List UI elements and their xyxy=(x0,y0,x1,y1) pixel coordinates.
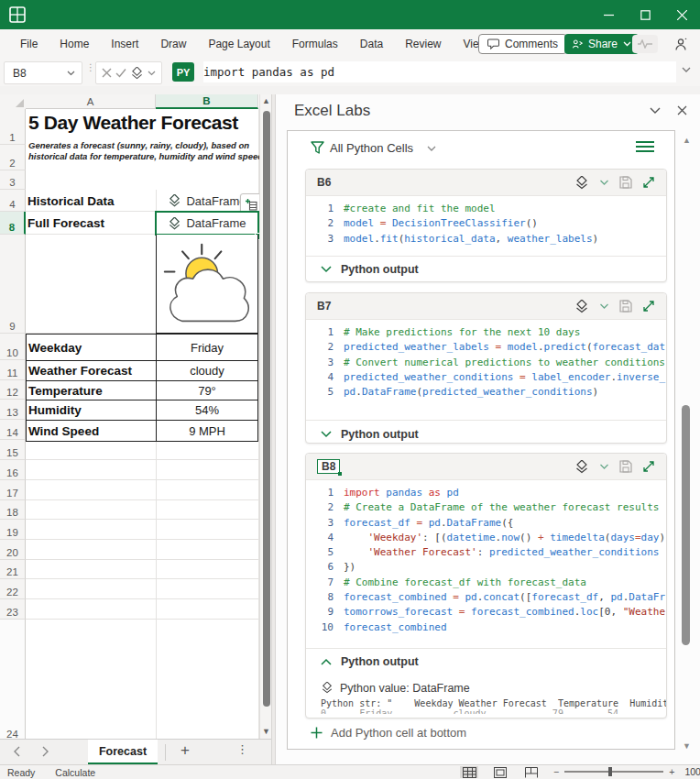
stat-value[interactable]: 79° xyxy=(157,381,257,400)
stat-label[interactable]: Weekday xyxy=(27,335,157,360)
python-datatype-icon[interactable] xyxy=(130,67,144,80)
expand-icon[interactable] xyxy=(642,460,655,473)
stat-label[interactable]: Wind Speed xyxy=(27,421,157,441)
ribbon-tab-review[interactable]: Review xyxy=(394,29,452,59)
python-output-toggle-b8[interactable]: Python output xyxy=(306,648,666,675)
cell-a8-label[interactable]: Full Forecast xyxy=(27,212,104,235)
row-header-23[interactable]: 23 xyxy=(0,599,26,620)
filter-dropdown-icon[interactable] xyxy=(427,146,436,152)
ribbon-tab-file[interactable]: File xyxy=(9,29,49,59)
datatype-dropdown-icon[interactable] xyxy=(148,71,156,76)
row-header-24[interactable]: 24 xyxy=(0,620,26,739)
panel-scroll-up-icon[interactable]: ▲ xyxy=(683,136,691,145)
code-editor-b6[interactable]: 1#create and fit the model2model = Decis… xyxy=(306,196,666,256)
row-header-14[interactable]: 14 xyxy=(0,420,26,440)
panel-scrollbar-thumb[interactable] xyxy=(682,405,690,645)
row-header-12[interactable]: 12 xyxy=(0,380,26,400)
stat-label[interactable]: Temperature xyxy=(27,381,157,400)
expand-icon[interactable] xyxy=(642,176,655,189)
row-header-4[interactable]: 4 xyxy=(0,190,26,212)
cancel-icon[interactable] xyxy=(102,68,112,78)
name-box[interactable]: B8 xyxy=(4,61,82,84)
datatype-dropdown-icon[interactable] xyxy=(599,303,609,310)
normal-view-button[interactable] xyxy=(460,766,478,778)
ribbon-tab-formulas[interactable]: Formulas xyxy=(281,29,349,59)
save-icon[interactable] xyxy=(619,176,632,189)
stat-value[interactable]: Friday xyxy=(157,335,257,360)
panel-collapse-icon[interactable] xyxy=(650,107,661,115)
sheet-options-menu[interactable]: ⋮ xyxy=(236,742,248,756)
stat-value[interactable]: 9 MPH xyxy=(157,421,257,441)
maximize-button[interactable] xyxy=(627,0,663,29)
row-header-21[interactable]: 21 xyxy=(0,560,26,579)
namebox-resize-handle[interactable]: ⋮ xyxy=(86,66,89,79)
ribbon-tab-home[interactable]: Home xyxy=(49,29,100,59)
close-button[interactable] xyxy=(663,0,700,29)
code-editor-b7[interactable]: 1# Make predictions for the next 10 days… xyxy=(306,320,666,420)
cell-b8-selected[interactable]: DataFrame xyxy=(155,211,259,236)
datatype-icon[interactable] xyxy=(574,176,589,190)
row-header-1[interactable]: 1 xyxy=(0,109,26,145)
sheet-vertical-scrollbar[interactable]: ▲ ▼ xyxy=(259,94,271,739)
row-header-18[interactable]: 18 xyxy=(0,500,26,520)
comments-button[interactable]: Comments xyxy=(478,34,567,54)
stat-label[interactable]: Humidity xyxy=(27,400,157,420)
feedback-person-button[interactable] xyxy=(669,35,693,53)
python-cell-card-b6[interactable]: B6 1#create and fit the model2model = De… xyxy=(305,169,667,282)
row-header-20[interactable]: 20 xyxy=(0,540,26,560)
page-layout-view-button[interactable] xyxy=(491,766,509,778)
sheet-grid[interactable]: A B 123489101112131415161718192021222324… xyxy=(0,94,271,739)
row-header-2[interactable]: 2 xyxy=(0,145,26,170)
datatype-dropdown-icon[interactable] xyxy=(599,464,609,470)
panel-menu-icon[interactable] xyxy=(636,141,654,152)
row-header-10[interactable]: 10 xyxy=(0,334,26,360)
python-output-toggle-b6[interactable]: Python output xyxy=(306,256,666,283)
datatype-icon[interactable] xyxy=(574,300,589,313)
next-sheet-icon[interactable] xyxy=(42,746,49,757)
prev-sheet-icon[interactable] xyxy=(13,746,20,757)
row-header-11[interactable]: 11 xyxy=(0,360,26,380)
zoom-slider-thumb[interactable] xyxy=(608,767,612,776)
ribbon-tab-insert[interactable]: Insert xyxy=(100,29,149,59)
save-icon[interactable] xyxy=(619,300,632,313)
ribbon-tab-draw[interactable]: Draw xyxy=(149,29,197,59)
datatype-dropdown-icon[interactable] xyxy=(599,180,609,186)
scroll-down-icon[interactable]: ▼ xyxy=(262,728,270,736)
stat-value[interactable]: 54% xyxy=(157,400,257,420)
ribbon-tab-data[interactable]: Data xyxy=(349,29,394,59)
cell-a4-label[interactable]: Historical Data xyxy=(27,190,115,212)
row-header-15[interactable]: 15 xyxy=(0,440,26,460)
stat-value[interactable]: cloudy xyxy=(157,361,257,380)
zoom-slider[interactable] xyxy=(564,771,663,773)
save-icon[interactable] xyxy=(619,460,632,473)
minimize-button[interactable] xyxy=(590,0,627,29)
scroll-up-icon[interactable]: ▲ xyxy=(262,97,270,105)
sheet-scrollbar-thumb[interactable] xyxy=(263,111,270,707)
filter-funnel-icon[interactable] xyxy=(311,141,324,154)
formula-input[interactable]: import pandas as pd xyxy=(203,61,676,82)
activity-button[interactable] xyxy=(632,35,658,53)
enter-check-icon[interactable] xyxy=(115,68,126,78)
row-header-19[interactable]: 19 xyxy=(0,520,26,540)
row-header-16[interactable]: 16 xyxy=(0,460,26,480)
zoom-out-button[interactable]: − xyxy=(553,766,559,777)
python-cell-card-b7[interactable]: B7 1# Make predictions for the next 10 d… xyxy=(305,292,667,444)
datatype-icon[interactable] xyxy=(574,460,589,474)
zoom-level[interactable]: 100% xyxy=(680,766,700,777)
ribbon-tab-page-layout[interactable]: Page Layout xyxy=(197,29,280,59)
zoom-in-button[interactable]: + xyxy=(669,766,674,777)
python-cell-card-b8[interactable]: B8 1import pandas as pd2# Create a DataF… xyxy=(305,453,667,719)
row-header-9[interactable]: 9 xyxy=(0,235,26,334)
column-header-a[interactable]: A xyxy=(26,94,156,109)
cell-b9-weather-image[interactable] xyxy=(156,235,258,334)
row-header-8[interactable]: 8 xyxy=(0,212,26,235)
python-output-toggle-b7[interactable]: Python output xyxy=(306,420,666,447)
filter-label[interactable]: All Python Cells xyxy=(330,141,413,155)
page-break-view-button[interactable] xyxy=(522,766,541,778)
row-header-22[interactable]: 22 xyxy=(0,579,26,599)
status-calculate[interactable]: Calculate xyxy=(55,767,95,778)
row-header-3[interactable]: 3 xyxy=(0,170,26,190)
stat-label[interactable]: Weather Forecast xyxy=(27,361,157,380)
select-all-corner[interactable] xyxy=(0,94,27,110)
share-button[interactable]: Share xyxy=(564,34,639,54)
